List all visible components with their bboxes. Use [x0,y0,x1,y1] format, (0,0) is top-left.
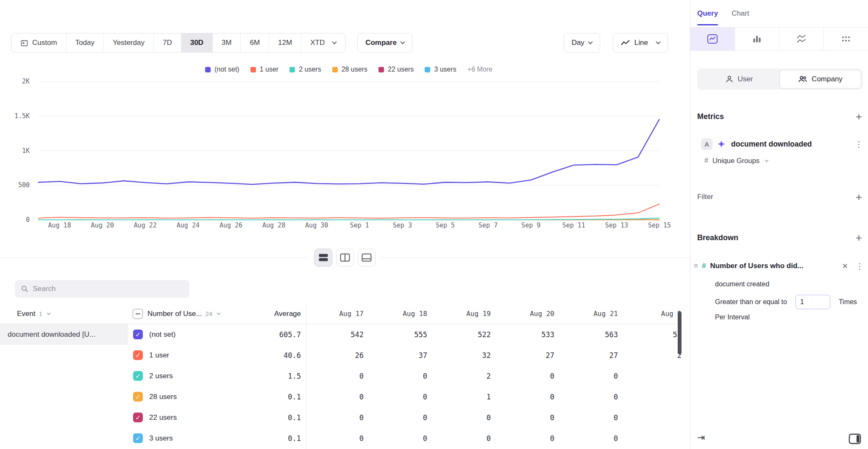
data-cell: 0 [370,428,433,449]
add-metric-button[interactable]: + [856,111,862,122]
chart-tile-bar[interactable] [735,28,779,50]
range-label: 6M [250,39,260,47]
column-header-date[interactable]: Aug 20 [497,303,560,324]
close-icon[interactable]: ✕ [842,262,848,271]
metric-more-options-icon[interactable]: ⋮ [855,139,863,149]
metrics-title: Metrics [697,112,724,121]
series-checkbox[interactable]: ✓ [133,350,143,360]
entity-option-company[interactable]: Company [779,70,861,89]
table-row: ✓2 users1.500200 [0,366,682,386]
entity-user-label: User [738,75,753,83]
data-cell [624,428,682,449]
range-button-7d[interactable]: 7D [154,33,181,52]
series-checkbox[interactable]: ✓ [133,392,143,402]
data-cell: 37 [370,345,433,366]
chart-tile-more[interactable] [824,28,868,50]
query-sidebar: QueryChart User Company [690,0,868,449]
legend-swatch [332,67,338,72]
svg-text:Sep 1: Sep 1 [350,222,369,229]
legend-item[interactable]: 22 users [378,66,414,73]
column-header-date[interactable]: Aug 19 [433,303,497,324]
compare-button[interactable]: Compare [357,33,412,53]
entity-option-user[interactable]: User [698,70,779,89]
layout-split-vertical-button[interactable] [336,249,354,266]
collapse-panel-icon[interactable]: ⇥ [697,432,705,443]
data-cell: 0 [497,428,560,449]
svg-text:Sep 3: Sep 3 [393,222,412,229]
chart-type-button[interactable]: Line [613,33,668,53]
column-header-date[interactable]: Aug 18 [370,303,433,324]
more-charts-icon [840,33,851,44]
metric-item[interactable]: A document downloaded ⋮ [697,135,863,153]
series-checkbox[interactable]: ✓ [133,433,143,443]
tab-chart[interactable]: Chart [732,0,749,27]
threshold-input[interactable] [796,295,830,309]
range-button-6m[interactable]: 6M [241,33,269,52]
average-value: 605.7 [229,324,301,345]
vertical-scrollbar[interactable] [678,311,682,355]
tab-query[interactable]: Query [697,0,718,27]
legend-swatch [378,67,384,72]
series-checkbox[interactable]: ✓ [133,413,143,422]
legend-swatch [289,67,295,72]
chart-tile-stacked[interactable] [779,28,824,50]
select-all-checkbox[interactable] [133,309,143,319]
svg-text:Sep 11: Sep 11 [562,222,585,229]
data-cell: 0 [306,428,370,449]
event-header-label: Event [17,310,35,318]
range-button-custom[interactable]: Custom [11,33,67,52]
series-label: 1 user [149,345,169,366]
panel-layout-icon[interactable] [849,433,861,445]
svg-text:Aug 28: Aug 28 [262,222,285,229]
event-column-header[interactable]: Event 1 [17,303,50,324]
legend-item[interactable]: 3 users [425,66,456,73]
chevron-down-icon [400,39,405,44]
add-filter-button[interactable]: + [856,191,862,202]
layout-bottom-panel-button[interactable] [358,249,376,266]
chevron-down-icon [217,311,220,315]
group-column-header[interactable]: Number of Use... 24 [147,303,220,324]
breakdown-more-options-icon[interactable]: ⋮ [856,261,864,271]
add-breakdown-button[interactable]: + [856,232,862,243]
measure-selector[interactable]: # Unique Groups [704,155,768,166]
series-label: 28 users [149,386,177,407]
data-cell: 0 [560,366,624,386]
range-button-yesterday[interactable]: Yesterday [104,33,154,52]
chevron-down-icon [588,39,593,44]
legend-item[interactable]: 2 users [289,66,321,73]
range-button-xtd[interactable]: XTD [301,33,345,52]
column-header-date[interactable]: Aug 17 [306,303,370,324]
calendar-icon [20,39,28,47]
main-panel: CustomTodayYesterday7D30D3M6M12MXTD Comp… [0,0,690,449]
chart-tile-line[interactable] [690,28,735,50]
drag-handle-icon[interactable]: ≡ [694,262,698,270]
metric-event-name: document downloaded [731,140,812,149]
range-label: Yesterday [113,39,145,47]
svg-text:2K: 2K [22,78,30,85]
legend-swatch [425,67,430,72]
legend-item[interactable]: 28 users [332,66,367,73]
average-header-label: Average [274,310,301,318]
average-column-header[interactable]: Average [229,303,301,324]
series-checkbox[interactable]: ✓ [133,330,143,339]
svg-text:Sep 9: Sep 9 [521,222,540,229]
layout-split-horizontal-button[interactable] [314,249,332,266]
metric-letter-badge: A [701,139,712,150]
series-label: 22 users [149,407,177,428]
company-icon [798,75,807,83]
table-header: Event 1 Number of Use... 24 Average Aug … [0,303,682,324]
svg-text:Aug 30: Aug 30 [305,222,328,229]
range-button-30d[interactable]: 30D [181,33,213,52]
search-input[interactable] [33,285,184,293]
interval-button[interactable]: Day [564,33,600,53]
column-header-date[interactable]: Aug 21 [560,303,624,324]
range-button-3m[interactable]: 3M [213,33,241,52]
range-button-12m[interactable]: 12M [269,33,301,52]
legend-more[interactable]: +6 More [467,66,492,73]
range-button-today[interactable]: Today [67,33,104,52]
series-checkbox[interactable]: ✓ [133,371,143,381]
legend-item[interactable]: (not set) [205,66,239,73]
split-horizontal-icon [318,253,328,262]
range-label: XTD [310,39,325,47]
legend-item[interactable]: 1 user [250,66,278,73]
